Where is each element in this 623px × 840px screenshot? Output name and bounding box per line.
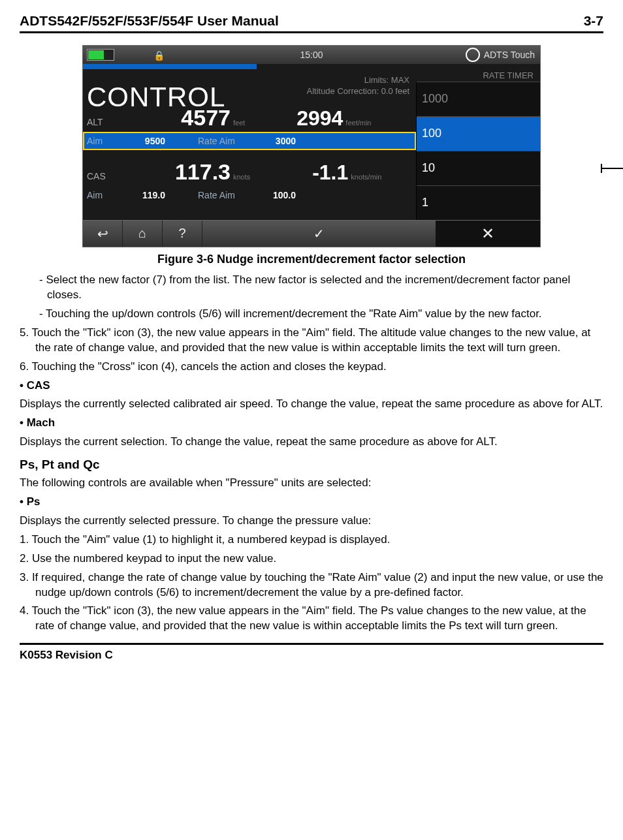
figure-caption: Figure 3-6 Nudge increment/decrement fac… (20, 253, 603, 266)
factor-option-1000[interactable]: 1000 (417, 82, 540, 116)
ps-heading: • Ps (20, 495, 603, 510)
ge-logo-icon (466, 48, 480, 62)
revision-label: K0553 Revision C (20, 649, 113, 661)
status-bar: 🔒 15:00 ADTS Touch (83, 46, 540, 64)
tick-icon[interactable]: ✓ (287, 226, 352, 241)
cas-unit: knots (233, 173, 250, 181)
cas-label: CAS (87, 171, 120, 181)
cas-aim-value[interactable]: 119.0 (120, 190, 165, 200)
page-header: ADTS542F/552F/553F/554F User Manual 3-7 (20, 13, 603, 33)
alt-value: 4577 (120, 105, 231, 131)
progress-strip (83, 64, 257, 69)
cas-rate-unit: knots/min (351, 173, 381, 181)
cas-rateaim-label: Rate Aim (198, 190, 250, 200)
battery-icon (87, 49, 114, 61)
back-icon[interactable]: ↩ (83, 221, 123, 247)
ps-pt-qc-heading: Ps, Pt and Qc (20, 456, 603, 473)
cas-aim-row[interactable]: Aim 119.0 Rate Aim 100.0 (83, 186, 416, 204)
sub-step-1: - Select the new factor (7) from the lis… (20, 273, 603, 303)
alt-aim-label: Aim (87, 136, 120, 146)
device-screenshot: 🔒 15:00 ADTS Touch RATE TIMER CONTROL Li… (82, 45, 541, 247)
bottom-toolbar: ↩ ⌂ ? ✓ ✕ (83, 220, 540, 247)
factor-list: 1000 100 10 1 (416, 82, 540, 220)
sub-step-2: - Touching the up/down controls (5/6) wi… (20, 307, 603, 322)
step-6: 6. Touching the "Cross" icon (4), cancel… (20, 360, 603, 375)
help-icon[interactable]: ? (163, 221, 202, 247)
cas-value: 117.3 (120, 159, 231, 185)
pressure-intro: The following controls are available whe… (20, 476, 603, 491)
alt-rateaim-value[interactable]: 3000 (250, 136, 296, 146)
ps-step-1: 1. Touch the "Aim" value (1) to highligh… (20, 533, 603, 548)
figure-container: 🔒 15:00 ADTS Touch RATE TIMER CONTROL Li… (20, 45, 603, 247)
alt-rateaim-label: Rate Aim (198, 136, 250, 146)
home-icon[interactable]: ⌂ (123, 221, 163, 247)
alt-rate: 2994 (245, 106, 343, 131)
alt-unit: feet (233, 119, 245, 127)
alt-aim-row[interactable]: Aim 9500 Rate Aim 3000 (83, 132, 416, 150)
factor-option-100[interactable]: 100 (417, 116, 540, 151)
callout-line (602, 168, 623, 169)
page-number: 3-7 (584, 13, 603, 29)
body-text: - Select the new factor (7) from the lis… (20, 273, 603, 634)
clock: 15:00 (300, 50, 323, 60)
cas-paragraph: Displays the currently selected calibrat… (20, 397, 603, 412)
callout-7: 7 (602, 163, 623, 174)
alt-aim-value[interactable]: 9500 (120, 136, 165, 146)
page-footer: K0553 Revision C (20, 643, 603, 662)
cas-aim-label: Aim (87, 190, 120, 200)
ps-paragraph: Displays the currently selected pressure… (20, 514, 603, 529)
mach-paragraph: Displays the current selection. To chang… (20, 435, 603, 450)
cas-rate: -1.1 (250, 161, 348, 185)
cas-heading: • CAS (20, 379, 603, 394)
step-5: 5. Touch the "Tick" icon (3), the new va… (20, 326, 603, 356)
alt-rate-unit: feet/min (345, 119, 371, 127)
cross-icon[interactable]: ✕ (436, 221, 540, 247)
rate-timer-label: RATE TIMER (483, 70, 534, 80)
mach-heading: • Mach (20, 416, 603, 431)
manual-title: ADTS542F/552F/553F/554F User Manual (20, 13, 279, 29)
ps-step-2: 2. Use the numbered keypad to input the … (20, 552, 603, 567)
alt-label: ALT (87, 117, 120, 127)
lock-icon: 🔒 (153, 50, 163, 59)
ps-step-3: 3. If required, change the rate of chang… (20, 570, 603, 600)
factor-option-1[interactable]: 1 (417, 185, 540, 220)
ps-step-4: 4. Touch the "Tick" icon (3), the new va… (20, 604, 603, 634)
cas-rateaim-value[interactable]: 100.0 (250, 190, 296, 200)
factor-option-10[interactable]: 10 (417, 151, 540, 185)
brand-label: ADTS Touch (484, 50, 535, 60)
